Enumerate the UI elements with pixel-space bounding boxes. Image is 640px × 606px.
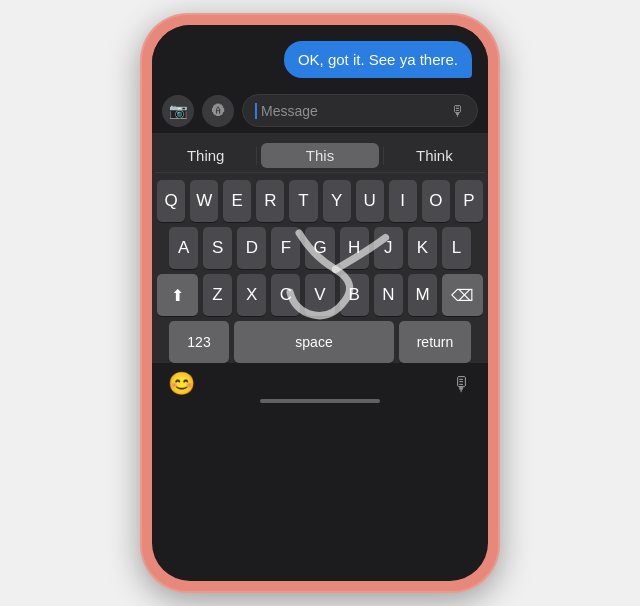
key-q[interactable]: Q	[157, 180, 185, 222]
key-c[interactable]: C	[271, 274, 300, 316]
key-r[interactable]: R	[256, 180, 284, 222]
key-l[interactable]: L	[442, 227, 471, 269]
key-g[interactable]: G	[305, 227, 334, 269]
camera-icon[interactable]: 📷	[162, 95, 194, 127]
autocomplete-this[interactable]: This	[261, 143, 378, 168]
key-row-1: Q W E R T Y U I O P	[155, 180, 485, 222]
message-area: OK, got it. See ya there.	[152, 25, 488, 88]
input-bar: 📷 🅐 Message 🎙	[152, 88, 488, 133]
key-d[interactable]: D	[237, 227, 266, 269]
key-m[interactable]: M	[408, 274, 437, 316]
message-input-container[interactable]: Message 🎙	[242, 94, 478, 127]
phone-outer: OK, got it. See ya there. 📷 🅐 Message 🎙 …	[140, 13, 500, 593]
emoji-icon[interactable]: 😊	[168, 371, 195, 397]
keyboard-wrapper: Thing This Think Q W E R T Y U I O	[152, 133, 488, 363]
key-v[interactable]: V	[305, 274, 334, 316]
autocomplete-think[interactable]: Think	[384, 143, 485, 168]
keyboard: Thing This Think Q W E R T Y U I O	[152, 133, 488, 363]
mic-icon-bottom[interactable]: 🎙	[452, 373, 472, 396]
return-key[interactable]: return	[399, 321, 471, 363]
key-u[interactable]: U	[356, 180, 384, 222]
message-bubble: OK, got it. See ya there.	[284, 41, 472, 78]
key-k[interactable]: K	[408, 227, 437, 269]
key-j[interactable]: J	[374, 227, 403, 269]
key-x[interactable]: X	[237, 274, 266, 316]
key-row-3: ⬆ Z X C V B N M ⌫	[155, 274, 485, 316]
key-h[interactable]: H	[340, 227, 369, 269]
key-o[interactable]: O	[422, 180, 450, 222]
mic-icon-input[interactable]: 🎙	[450, 102, 465, 119]
appstore-icon[interactable]: 🅐	[202, 95, 234, 127]
key-row-4: 123 space return	[155, 321, 485, 363]
key-z[interactable]: Z	[203, 274, 232, 316]
numbers-key[interactable]: 123	[169, 321, 229, 363]
space-key[interactable]: space	[234, 321, 394, 363]
key-y[interactable]: Y	[323, 180, 351, 222]
key-i[interactable]: I	[389, 180, 417, 222]
phone-inner: OK, got it. See ya there. 📷 🅐 Message 🎙 …	[152, 25, 488, 581]
key-f[interactable]: F	[271, 227, 300, 269]
shift-key[interactable]: ⬆	[157, 274, 198, 316]
key-p[interactable]: P	[455, 180, 483, 222]
message-input[interactable]: Message	[261, 103, 450, 119]
key-w[interactable]: W	[190, 180, 218, 222]
bottom-bar: 😊 🎙	[152, 363, 488, 411]
key-row-2: A S D F G H J K L	[155, 227, 485, 269]
key-e[interactable]: E	[223, 180, 251, 222]
key-s[interactable]: S	[203, 227, 232, 269]
key-a[interactable]: A	[169, 227, 198, 269]
key-b[interactable]: B	[340, 274, 369, 316]
autocomplete-thing[interactable]: Thing	[155, 143, 256, 168]
home-indicator	[260, 399, 380, 403]
key-t[interactable]: T	[289, 180, 317, 222]
delete-key[interactable]: ⌫	[442, 274, 483, 316]
autocomplete-divider-left	[256, 147, 257, 165]
autocomplete-bar: Thing This Think	[155, 141, 485, 173]
text-cursor	[255, 103, 257, 119]
key-n[interactable]: N	[374, 274, 403, 316]
